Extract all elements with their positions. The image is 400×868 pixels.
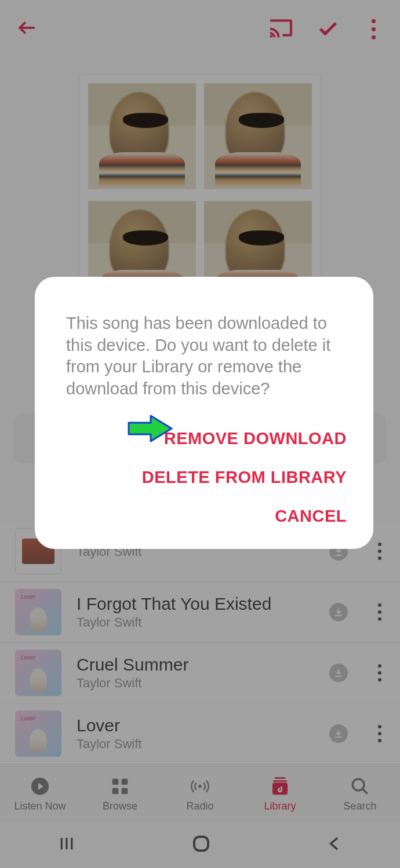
cancel-button[interactable]: CANCEL (275, 507, 347, 526)
delete-from-library-button[interactable]: DELETE FROM LIBRARY (142, 468, 347, 487)
remove-download-button[interactable]: REMOVE DOWNLOAD (164, 429, 347, 448)
confirm-dialog: This song has been downloaded to this de… (35, 277, 373, 549)
dialog-message: This song has been downloaded to this de… (66, 313, 347, 400)
